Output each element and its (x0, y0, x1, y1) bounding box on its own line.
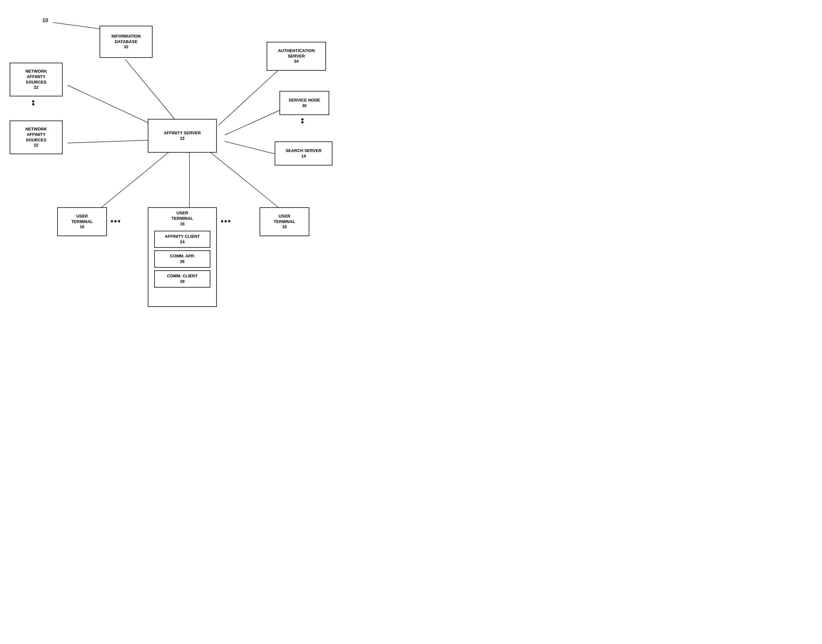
svg-line-10 (209, 151, 279, 208)
network-affinity-sources-2-label: NETWORKAFFINITYSOURCES (25, 127, 47, 143)
information-database-num: 32 (124, 44, 128, 50)
dots-left-vertical (32, 100, 34, 106)
comm-app-label: COMM. APP. (170, 253, 194, 258)
network-affinity-sources-2-box: NETWORKAFFINITYSOURCES 22 (10, 121, 63, 154)
user-terminal-left-label: USERTERMINAL (71, 214, 93, 225)
user-terminal-center-label: USERTERMINAL (171, 210, 193, 221)
network-affinity-sources-1-num: 22 (34, 85, 38, 90)
authentication-server-num: 34 (294, 59, 298, 64)
information-database-label: INFORMATION DATABASE (100, 34, 152, 44)
network-affinity-sources-1-label: NETWORKAFFINITYSOURCES (25, 69, 47, 85)
svg-line-8 (99, 151, 170, 209)
svg-line-7 (67, 140, 161, 143)
ref-label: 10 (43, 18, 48, 23)
information-database-box: INFORMATION DATABASE 32 (99, 26, 153, 58)
comm-client-num: 28 (180, 279, 184, 284)
affinity-client-num: 24 (180, 239, 184, 244)
dots-right-vertical (301, 118, 303, 123)
dots-bottom-right (221, 220, 230, 222)
service-node-label: SERVICE NODE (288, 98, 320, 103)
user-terminal-center-box: USERTERMINAL 16 AFFINITY CLIENT 24 COMM.… (148, 207, 217, 307)
search-server-label: SEARCH SERVER (286, 148, 321, 153)
user-terminal-left-box: USERTERMINAL 16 (57, 207, 107, 236)
affinity-client-label: AFFINITY CLIENT (165, 234, 200, 239)
network-affinity-sources-1-box: NETWORKAFFINITYSOURCES 22 (10, 63, 63, 97)
dots-bottom-left (111, 220, 120, 222)
search-server-box: SEARCH SERVER 14 (275, 141, 332, 166)
user-terminal-right-box: USERTERMINAL 16 (260, 207, 309, 236)
user-terminal-center-num: 16 (180, 221, 184, 227)
comm-app-num: 26 (180, 259, 184, 264)
svg-line-2 (125, 60, 180, 125)
comm-app-box: COMM. APP. 26 (154, 250, 210, 268)
authentication-server-label: AUTHENTICATIONSERVER (278, 48, 315, 59)
affinity-server-num: 12 (180, 136, 184, 141)
svg-line-6 (67, 85, 161, 129)
service-node-box: SERVICE NODE 30 (279, 91, 329, 115)
user-terminal-left-num: 16 (80, 224, 84, 230)
network-affinity-sources-2-num: 22 (34, 143, 38, 148)
search-server-num: 14 (301, 153, 306, 159)
service-node-num: 30 (302, 103, 306, 109)
user-terminal-right-label: USERTERMINAL (274, 214, 295, 225)
diagram: 10 INFORMATION DATABASE 32 AUTHENTICATIO… (0, 0, 411, 322)
comm-client-box: COMM. CLIENT 28 (154, 270, 210, 288)
authentication-server-box: AUTHENTICATIONSERVER 34 (266, 42, 326, 71)
svg-line-3 (219, 69, 279, 125)
affinity-server-label: AFFINITY SERVER (164, 130, 201, 136)
affinity-client-box: AFFINITY CLIENT 24 (154, 231, 210, 248)
affinity-server-box: AFFINITY SERVER 12 (148, 119, 217, 153)
user-terminal-right-num: 16 (282, 224, 286, 230)
comm-client-label: COMM. CLIENT (167, 273, 197, 278)
